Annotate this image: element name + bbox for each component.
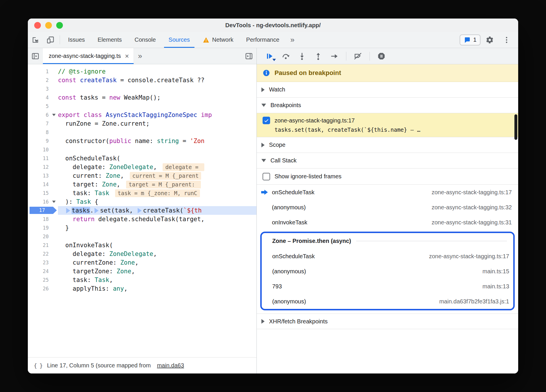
line-number[interactable]: 5 xyxy=(28,102,58,111)
tab-performance[interactable]: Performance xyxy=(240,32,286,48)
code-line[interactable]: 23 currentZone: Zone, xyxy=(28,258,256,267)
line-number[interactable]: 12 xyxy=(28,163,58,171)
menu-button[interactable] xyxy=(499,36,514,44)
tab-elements[interactable]: Elements xyxy=(91,32,128,48)
code-line[interactable]: 5 xyxy=(28,102,256,111)
code-line[interactable]: 9 constructor(public name: string = 'Zon xyxy=(28,137,256,145)
code-line[interactable]: 16 ): Task { xyxy=(28,197,256,206)
inline-breakpoint-marker-icon[interactable] xyxy=(94,208,99,213)
frame-location[interactable]: main.da63f7b2fe3f1fa3.js:1 xyxy=(432,298,509,305)
call-stack-frame[interactable]: (anonymous)zone-async-stack-tagging.ts:3… xyxy=(257,200,518,215)
section-scope[interactable]: Scope xyxy=(257,137,518,153)
line-number[interactable]: 14 xyxy=(28,180,58,189)
line-number[interactable]: 2 xyxy=(28,76,58,85)
line-number[interactable]: 17 xyxy=(28,206,58,215)
line-number[interactable]: 3 xyxy=(28,85,58,93)
step-out-button[interactable] xyxy=(312,50,325,63)
ignore-listed-toggle[interactable]: Show ignore-listed frames xyxy=(257,168,518,185)
breakpoint-item[interactable]: zone-async-stack-tagging.ts:17 tasks.set… xyxy=(257,113,518,137)
device-toolbar-button[interactable] xyxy=(43,32,58,48)
inspect-button[interactable] xyxy=(28,32,43,48)
call-stack-frame[interactable]: (anonymous)main.ts:15 xyxy=(262,264,513,279)
code-line[interactable]: 4const tasks = new WeakMap(); xyxy=(28,93,256,102)
code-line[interactable]: 17 tasks.set(task, createTask(`${th xyxy=(28,206,256,215)
frame-location[interactable]: zone-async-stack-tagging.ts:32 xyxy=(424,204,512,211)
frame-location[interactable]: zone-async-stack-tagging.ts:31 xyxy=(424,219,512,226)
resume-button[interactable] xyxy=(263,50,276,63)
code-line[interactable]: 14 target: Zone,target = M {_parent: xyxy=(28,180,256,189)
pause-on-exceptions-button[interactable] xyxy=(375,50,388,63)
call-stack-frame[interactable]: onScheduleTaskzone-async-stack-tagging.t… xyxy=(257,185,518,200)
code-line[interactable]: 15 task: Tasktask = m {_zone: M, runC xyxy=(28,189,256,197)
navigator-toggle-button[interactable] xyxy=(28,48,43,64)
line-number[interactable]: 18 xyxy=(28,215,58,224)
call-stack-frame[interactable]: 793main.ts:13 xyxy=(262,279,513,294)
line-number[interactable]: 21 xyxy=(28,241,58,250)
code-line[interactable]: 13 current: Zone,current = M {_parent xyxy=(28,171,256,180)
code-line[interactable]: 18 return delegate.scheduleTask(target, xyxy=(28,215,256,224)
code-line[interactable]: 3 xyxy=(28,85,256,93)
code-line[interactable]: 6export class AsyncStackTaggingZoneSpec … xyxy=(28,111,256,119)
code-line[interactable]: 26 applyThis: any, xyxy=(28,284,256,293)
line-number[interactable]: 1 xyxy=(28,67,58,76)
code-line[interactable]: 8 xyxy=(28,128,256,137)
frame-location[interactable]: zone-async-stack-tagging.ts:17 xyxy=(424,189,512,196)
code-line[interactable]: 24 targetZone: Zone, xyxy=(28,267,256,276)
code-fold-icon[interactable] xyxy=(52,114,56,116)
line-number[interactable]: 6 xyxy=(28,111,58,119)
frame-location[interactable]: zone-async-stack-tagging.ts:17 xyxy=(421,253,509,260)
call-stack-frame[interactable]: onInvokeTaskzone-async-stack-tagging.ts:… xyxy=(257,215,518,230)
inline-breakpoint-marker-icon[interactable] xyxy=(66,208,70,213)
line-number[interactable]: 26 xyxy=(28,284,58,293)
more-tabs-chevron[interactable]: » xyxy=(134,48,146,64)
line-number[interactable]: 13 xyxy=(28,171,58,180)
code-line[interactable]: 21 onInvokeTask( xyxy=(28,241,256,250)
call-stack-frame[interactable]: onScheduleTaskzone-async-stack-tagging.t… xyxy=(262,249,513,264)
call-stack-frame[interactable]: (anonymous)main.da63f7b2fe3f1fa3.js:1 xyxy=(262,294,513,309)
step-button[interactable] xyxy=(328,50,341,63)
line-number[interactable]: 22 xyxy=(28,250,58,258)
section-call-stack[interactable]: Call Stack xyxy=(257,153,518,168)
line-number[interactable]: 10 xyxy=(28,145,58,154)
file-tab[interactable]: zone-async-stack-tagging.ts × xyxy=(43,48,134,64)
line-number[interactable]: 20 xyxy=(28,232,58,241)
line-number[interactable]: 9 xyxy=(28,137,58,145)
code-line[interactable]: 1// @ts-ignore xyxy=(28,67,256,76)
line-number[interactable]: 15 xyxy=(28,189,58,197)
line-number[interactable]: 4 xyxy=(28,93,58,102)
tab-console[interactable]: Console xyxy=(128,32,162,48)
more-panels-chevron[interactable]: » xyxy=(286,32,299,48)
code-editor[interactable]: 1// @ts-ignore2const createTask = consol… xyxy=(28,64,256,357)
section-xhr-breakpoints[interactable]: XHR/fetch Breakpoints xyxy=(257,314,518,329)
breakpoint-checkbox[interactable] xyxy=(263,117,270,124)
tab-sources[interactable]: Sources xyxy=(162,32,196,48)
disclosure-collapsed-icon[interactable] xyxy=(261,319,265,324)
line-number[interactable]: 8 xyxy=(28,128,58,137)
line-number[interactable]: 23 xyxy=(28,258,58,267)
pretty-print-icon[interactable]: { } xyxy=(34,362,42,369)
disclosure-expanded-icon[interactable] xyxy=(261,159,266,162)
disclosure-expanded-icon[interactable] xyxy=(261,104,266,107)
code-line[interactable]: 20 xyxy=(28,232,256,241)
code-fold-icon[interactable] xyxy=(52,201,56,203)
line-number[interactable]: 16 xyxy=(28,197,58,206)
code-line[interactable]: 11 onScheduleTask( xyxy=(28,154,256,163)
inline-breakpoint-marker-icon[interactable] xyxy=(138,208,142,213)
tab-network[interactable]: Network xyxy=(196,32,240,48)
section-watch[interactable]: Watch xyxy=(257,82,518,98)
scrollbar-thumb[interactable] xyxy=(514,114,517,140)
settings-button[interactable] xyxy=(482,36,497,44)
ignore-listed-checkbox[interactable] xyxy=(263,173,270,180)
deactivate-breakpoints-button[interactable] xyxy=(352,50,364,63)
code-line[interactable]: 25 task: Task, xyxy=(28,276,256,284)
section-breakpoints[interactable]: Breakpoints xyxy=(257,98,518,113)
line-number[interactable]: 24 xyxy=(28,267,58,276)
editor-panel-toggle-button[interactable] xyxy=(241,48,256,64)
code-line[interactable]: 10 xyxy=(28,145,256,154)
code-line[interactable]: 2const createTask = console.createTask ?… xyxy=(28,76,256,85)
frame-location[interactable]: main.ts:15 xyxy=(475,268,509,275)
code-line[interactable]: 22 delegate: ZoneDelegate, xyxy=(28,250,256,258)
code-line[interactable]: 12 delegate: ZoneDelegate,delegate = xyxy=(28,163,256,171)
disclosure-collapsed-icon[interactable] xyxy=(261,143,265,147)
code-line[interactable]: 19 } xyxy=(28,224,256,232)
